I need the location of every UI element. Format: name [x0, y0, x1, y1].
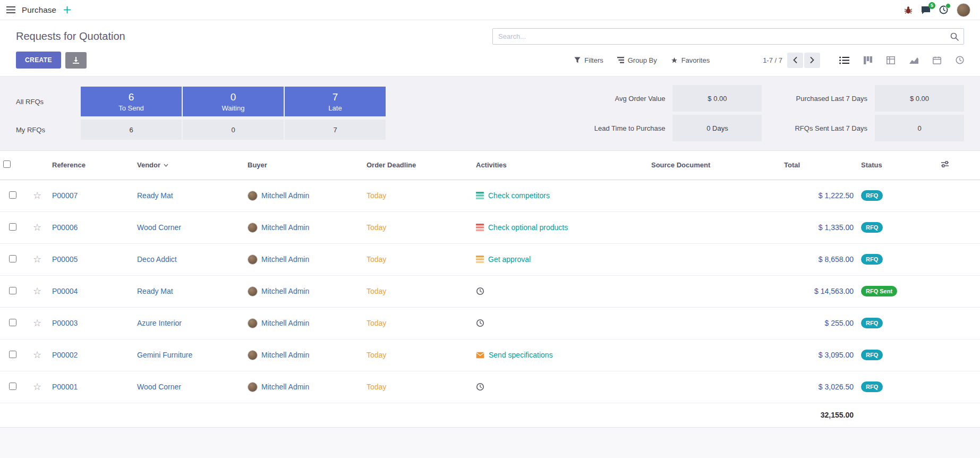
reference-link[interactable]: P00004: [52, 287, 78, 295]
activity-cell: Check competitors: [473, 180, 648, 211]
search-input[interactable]: [498, 32, 950, 40]
rfq-card-value: 0: [231, 91, 236, 104]
activity-label[interactable]: Check optional products: [488, 223, 568, 232]
activity-tasks-icon[interactable]: [476, 256, 484, 263]
graph-view-icon[interactable]: [909, 56, 918, 64]
activity-label[interactable]: Get approval: [488, 255, 531, 264]
group-by-button[interactable]: Group By: [617, 56, 657, 64]
table-row[interactable]: ☆P00001Wood CornerMitchell AdminToday$ 3…: [0, 371, 980, 403]
rfq-card-late[interactable]: 7Late: [285, 87, 386, 116]
vendor-link[interactable]: Azure Interior: [137, 319, 182, 327]
total-amount: $ 1,335.00: [819, 223, 854, 232]
buyer-link[interactable]: Mitchell Admin: [261, 383, 309, 391]
debug-bug-icon[interactable]: [904, 6, 913, 14]
row-checkbox[interactable]: [9, 383, 16, 390]
kanban-view-icon[interactable]: [864, 56, 872, 64]
buyer-link[interactable]: Mitchell Admin: [261, 351, 309, 359]
total-amount: $ 3,026.50: [819, 383, 854, 391]
export-download-button[interactable]: [65, 52, 87, 69]
activities-clock-icon[interactable]: [939, 5, 948, 14]
favorites-button[interactable]: Favorites: [671, 56, 710, 64]
buyer-link[interactable]: Mitchell Admin: [261, 319, 309, 327]
optional-columns-icon[interactable]: [941, 160, 949, 168]
buyer-avatar: [248, 382, 258, 392]
table-row[interactable]: ☆P00006Wood CornerMitchell AdminTodayChe…: [0, 211, 980, 243]
buyer-link[interactable]: Mitchell Admin: [261, 191, 309, 200]
table-row[interactable]: ☆P00004Ready MatMitchell AdminToday$ 14,…: [0, 275, 980, 307]
favorite-star-icon[interactable]: ☆: [33, 350, 41, 360]
rfq-card-to-send[interactable]: 6To Send: [81, 87, 182, 116]
search-icon[interactable]: [950, 32, 959, 41]
activity-clock-icon[interactable]: [476, 383, 484, 391]
header-status[interactable]: Status: [858, 151, 938, 180]
row-checkbox[interactable]: [9, 351, 16, 358]
my-rfqs-label: My RFQs: [16, 126, 81, 134]
table-row[interactable]: ☆P00007Ready MatMitchell AdminTodayCheck…: [0, 180, 980, 211]
user-avatar[interactable]: [957, 3, 970, 17]
activity-tasks-icon[interactable]: [476, 224, 484, 231]
select-all-checkbox[interactable]: [3, 160, 11, 168]
activity-envelope-icon[interactable]: [476, 352, 484, 359]
reference-link[interactable]: P00006: [52, 223, 78, 232]
calendar-view-icon[interactable]: [933, 56, 941, 64]
my-rfq-cell-late[interactable]: 7: [285, 120, 386, 140]
vendor-link[interactable]: Gemini Furniture: [137, 351, 192, 359]
create-button[interactable]: CREATE: [16, 52, 61, 69]
messages-icon[interactable]: 5: [921, 6, 931, 14]
row-checkbox[interactable]: [9, 287, 16, 294]
vendor-link[interactable]: Deco Addict: [137, 255, 177, 264]
activity-clock-icon[interactable]: [476, 319, 484, 327]
reference-link[interactable]: P00003: [52, 319, 78, 327]
favorite-star-icon[interactable]: ☆: [33, 381, 41, 392]
row-checkbox[interactable]: [9, 191, 16, 199]
source-document-cell: [648, 243, 781, 275]
favorite-star-icon[interactable]: ☆: [33, 190, 41, 201]
pivot-view-icon[interactable]: [887, 56, 895, 64]
row-checkbox[interactable]: [9, 319, 16, 326]
activity-label[interactable]: Send specifications: [489, 351, 553, 359]
activity-clock-icon[interactable]: [476, 287, 484, 295]
header-buyer[interactable]: Buyer: [244, 151, 363, 180]
header-vendor[interactable]: Vendor: [134, 151, 244, 180]
table-row[interactable]: ☆P00005Deco AddictMitchell AdminTodayGet…: [0, 243, 980, 275]
buyer-link[interactable]: Mitchell Admin: [261, 255, 309, 264]
reference-link[interactable]: P00002: [52, 351, 78, 359]
apps-menu-icon[interactable]: [6, 6, 15, 13]
vendor-link[interactable]: Ready Mat: [137, 191, 173, 200]
activity-view-icon[interactable]: [956, 56, 964, 64]
favorite-star-icon[interactable]: ☆: [33, 222, 41, 233]
vendor-link[interactable]: Wood Corner: [137, 383, 181, 391]
table-row[interactable]: ☆P00003Azure InteriorMitchell AdminToday…: [0, 307, 980, 339]
header-order-deadline[interactable]: Order Deadline: [363, 151, 473, 180]
reference-link[interactable]: P00007: [52, 191, 78, 200]
activity-tasks-icon[interactable]: [476, 192, 484, 199]
app-name[interactable]: Purchase: [22, 5, 56, 14]
my-rfq-cell-waiting[interactable]: 0: [183, 120, 284, 140]
pager-previous-button[interactable]: [787, 53, 803, 68]
reference-link[interactable]: P00005: [52, 255, 78, 264]
buyer-link[interactable]: Mitchell Admin: [261, 223, 309, 232]
rfq-card-waiting[interactable]: 0Waiting: [183, 87, 284, 116]
list-view-icon[interactable]: [839, 56, 849, 64]
vendor-link[interactable]: Ready Mat: [137, 287, 173, 295]
header-activities[interactable]: Activities: [473, 151, 648, 180]
activity-label[interactable]: Check competitors: [488, 191, 550, 200]
favorite-star-icon[interactable]: ☆: [33, 254, 41, 265]
favorite-star-icon[interactable]: ☆: [33, 318, 41, 328]
table-row[interactable]: ☆P00002Gemini FurnitureMitchell AdminTod…: [0, 339, 980, 371]
plus-icon[interactable]: [64, 6, 71, 13]
buyer-link[interactable]: Mitchell Admin: [261, 287, 309, 295]
header-source-document[interactable]: Source Document: [648, 151, 781, 180]
my-rfqs-row: 607: [81, 120, 386, 140]
pager-next-button[interactable]: [804, 53, 820, 68]
search-box[interactable]: [492, 28, 964, 45]
row-checkbox[interactable]: [9, 255, 16, 262]
my-rfq-cell-to-send[interactable]: 6: [81, 120, 182, 140]
filters-button[interactable]: Filters: [574, 56, 603, 64]
header-total[interactable]: Total: [781, 151, 858, 180]
vendor-link[interactable]: Wood Corner: [137, 223, 181, 232]
row-checkbox[interactable]: [9, 223, 16, 231]
header-reference[interactable]: Reference: [49, 151, 134, 180]
favorite-star-icon[interactable]: ☆: [33, 286, 41, 296]
reference-link[interactable]: P00001: [52, 383, 78, 391]
